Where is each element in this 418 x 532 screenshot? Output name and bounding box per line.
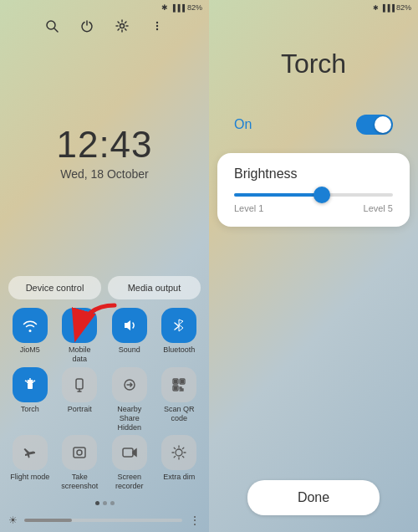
mobile-data-icon: [62, 308, 97, 343]
svg-rect-17: [181, 381, 184, 383]
tile-screenshot[interactable]: Take screenshot: [57, 435, 104, 491]
tile-nearby-share[interactable]: Nearby ShareHidden: [106, 367, 153, 432]
torch-label: Torch: [21, 405, 39, 414]
clock-area: 12:43 Wed, 18 October: [0, 37, 209, 276]
nearby-share-label: Nearby ShareHidden: [106, 405, 153, 432]
brightness-track[interactable]: [234, 193, 393, 197]
dot-2: [103, 501, 107, 505]
svg-rect-18: [175, 387, 177, 390]
right-panel: ✱ ▐▐▐ 82% Torch On Brightness Level 1 Le…: [209, 0, 418, 532]
dot-1: [95, 501, 99, 505]
svg-point-22: [176, 449, 182, 456]
done-button[interactable]: Done: [247, 480, 380, 515]
status-bar-right: ✱ ▐▐▐ 82%: [209, 0, 418, 15]
svg-line-1: [54, 28, 58, 32]
scan-qr-label: Scan QR code: [156, 405, 203, 423]
svg-point-5: [156, 28, 158, 30]
bt-icon-right: ✱: [373, 4, 379, 12]
status-bar-left: ✱ ▐▐▐ 82%: [0, 0, 209, 15]
flight-label: Flight mode: [10, 473, 49, 482]
portrait-icon: [62, 367, 97, 402]
bottom-brightness-bar: ☀ ⋮: [0, 509, 209, 532]
settings-icon[interactable]: [115, 18, 130, 33]
level-max-label: Level 5: [364, 203, 393, 213]
brightness-card: Brightness Level 1 Level 5: [217, 153, 410, 227]
toggle-row: On: [217, 105, 410, 145]
scan-qr-icon: [161, 367, 196, 402]
brightness-thumb[interactable]: [314, 187, 330, 203]
svg-line-10: [33, 381, 35, 381]
dot-3: [110, 501, 115, 505]
mobile-data-label: Mobiledata: [69, 345, 91, 364]
toggle-knob: [375, 116, 391, 133]
quick-actions-bar: Device control Media output: [0, 276, 209, 299]
tile-extra-dim[interactable]: Extra dim: [156, 435, 203, 491]
level-min-label: Level 1: [234, 203, 263, 213]
bottom-menu-icon[interactable]: ⋮: [189, 514, 201, 527]
device-control-btn[interactable]: Device control: [8, 276, 101, 299]
wifi-label: JioM5: [20, 345, 40, 355]
tile-mobile-data[interactable]: Mobiledata: [57, 308, 104, 364]
screenshot-label: Take screenshot: [57, 473, 104, 491]
tile-scan-qr[interactable]: Scan QR code: [156, 367, 203, 432]
slider-labels: Level 1 Level 5: [234, 203, 393, 213]
portrait-label: Portrait: [68, 405, 92, 414]
search-icon[interactable]: [44, 18, 59, 33]
svg-point-4: [156, 25, 158, 27]
torch-title: Torch: [281, 49, 346, 79]
nearby-share-icon: [112, 367, 147, 402]
signal-right: ▐▐▐: [380, 4, 395, 12]
tile-portrait[interactable]: Portrait: [57, 367, 104, 432]
brightness-fill: [24, 519, 72, 522]
toggle-label: On: [234, 117, 252, 132]
screenshot-icon: [62, 435, 97, 470]
sound-icon: [112, 308, 147, 343]
bluetooth-label: Bluetooth: [163, 345, 195, 355]
svg-point-3: [156, 22, 158, 23]
bluetooth-icon: [161, 308, 196, 343]
tile-wifi[interactable]: JioM5: [7, 308, 54, 364]
tile-bluetooth[interactable]: Bluetooth: [156, 308, 203, 364]
svg-line-9: [25, 381, 27, 381]
extra-dim-icon: [161, 435, 196, 470]
brightness-fill-right: [234, 193, 322, 197]
svg-rect-16: [175, 381, 177, 383]
screen-recorder-label: Screen recorder: [106, 473, 153, 491]
battery-text: 82%: [187, 3, 202, 12]
svg-rect-21: [123, 448, 133, 457]
sound-label: Sound: [119, 345, 140, 355]
svg-point-2: [120, 24, 125, 28]
tile-torch[interactable]: Torch: [7, 367, 54, 432]
media-output-btn[interactable]: Media output: [108, 276, 201, 299]
tile-flight[interactable]: Flight mode: [7, 435, 54, 491]
torch-tile-icon: [13, 367, 48, 402]
svg-rect-19: [74, 448, 85, 458]
brightness-slider[interactable]: [24, 519, 182, 522]
wifi-icon: [13, 308, 48, 343]
clock-time: 12:43: [56, 124, 152, 166]
top-icons-bar: [0, 15, 209, 37]
toggle-switch[interactable]: [356, 115, 393, 135]
extra-dim-label: Extra dim: [163, 473, 195, 482]
bt-icon: ✱: [161, 3, 168, 12]
tiles-grid: JioM5 Mobiledata Sound: [0, 308, 209, 491]
svg-rect-6: [28, 383, 33, 389]
battery-right: 82%: [396, 3, 411, 12]
spacer: [209, 235, 418, 480]
signal-icons: ▐▐▐: [171, 4, 185, 12]
clock-date: Wed, 18 October: [60, 167, 149, 181]
page-dots: [0, 498, 209, 509]
brightness-icon: ☀: [8, 514, 18, 526]
svg-rect-11: [76, 379, 83, 389]
svg-marker-7: [27, 380, 33, 383]
more-icon[interactable]: [150, 18, 165, 33]
tile-screen-recorder[interactable]: Screen recorder: [106, 435, 153, 491]
tile-sound[interactable]: Sound: [106, 308, 153, 364]
left-panel: ✱ ▐▐▐ 82% 12:43: [0, 0, 209, 532]
flight-icon: [13, 435, 48, 470]
torch-title-area: Torch: [209, 15, 418, 105]
power-icon[interactable]: [79, 18, 94, 33]
svg-point-20: [77, 450, 82, 455]
screen-recorder-icon: [112, 435, 147, 470]
brightness-card-title: Brightness: [234, 166, 393, 182]
